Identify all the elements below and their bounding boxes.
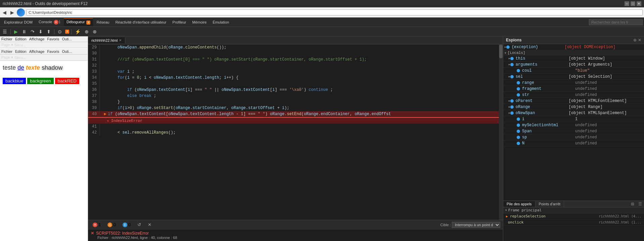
exception-button[interactable]: ⚡ bbox=[74, 28, 82, 35]
step-out-button[interactable]: ⬆ bbox=[45, 28, 52, 35]
nav-reactivite[interactable]: Réactivité d'interface utilisateur bbox=[113, 19, 169, 26]
error-line: ✕ SCRIPT5022: IndexSizeError bbox=[91, 231, 500, 236]
menu-affichage[interactable]: Affichage bbox=[29, 37, 45, 41]
locals-section-header[interactable]: ▼ [Locals] bbox=[503, 50, 644, 56]
code-line-37: 37 else break ; bbox=[88, 93, 503, 99]
page-btn2[interactable]: Page ▾ bbox=[1, 55, 13, 60]
call-stack-onclick[interactable]: onclick richhhhh22.html (1... bbox=[503, 219, 644, 226]
watcher-arguments[interactable]: ▶ arguments [object Arguments] bbox=[503, 62, 644, 68]
search-input[interactable] bbox=[589, 19, 643, 25]
watcher-this[interactable]: ▶ this [object Window] bbox=[503, 56, 644, 62]
call-stack-replaceselection[interactable]: ▶ replaceSelection richhhhh22.html (4... bbox=[503, 213, 644, 219]
watcher-span[interactable]: Span undefined bbox=[503, 128, 644, 134]
cs-arrow-icon: ▶ bbox=[506, 214, 508, 218]
target-select[interactable]: Interrompu à un point d bbox=[452, 222, 500, 228]
code-line-31: 31 ///if (oNewSpan.textContent[0] === " … bbox=[88, 57, 503, 63]
tab-breakpoints[interactable]: Points d'arrêt bbox=[535, 201, 564, 207]
address-bar[interactable] bbox=[26, 9, 643, 15]
menu-fichier2[interactable]: Fichier bbox=[1, 49, 12, 54]
step-over-button[interactable]: ↷ bbox=[29, 28, 36, 35]
text-texte: texte bbox=[26, 64, 40, 71]
nav-emulation[interactable]: Émulation bbox=[210, 19, 232, 26]
breakpoint-toggle-button[interactable]: ⊙ bbox=[56, 28, 63, 35]
backblue-button[interactable]: backblue bbox=[3, 78, 26, 84]
nav-explorateur-dom[interactable]: Explorateur DOM bbox=[1, 19, 35, 26]
main-layout: Fichier Edition Affichage Favoris Outi..… bbox=[0, 36, 644, 241]
watcher-onewspan[interactable]: ▶ oNewSpan [object HTMLSpanElement] bbox=[503, 110, 644, 116]
menu-edition2[interactable]: Edition bbox=[15, 49, 27, 54]
close-button[interactable]: ✕ bbox=[637, 1, 641, 6]
watcher-range[interactable]: range undefined bbox=[503, 80, 644, 86]
code-line-42: 42 < sel.removeAllRanges(); bbox=[88, 130, 503, 136]
watcher-str[interactable]: str undefined bbox=[503, 92, 644, 98]
browser-toolbar: ◀ ▶ bbox=[0, 7, 644, 18]
bottom-tools-btn2[interactable]: ☰ bbox=[636, 201, 644, 207]
stop-button[interactable]: ⊗ bbox=[91, 28, 98, 35]
menu-affichage2[interactable]: Affichage bbox=[29, 49, 45, 54]
menu-fichier[interactable]: Fichier bbox=[1, 37, 12, 41]
step-into-button[interactable]: ⬇ bbox=[37, 28, 44, 35]
record-button[interactable]: ⊕ bbox=[83, 28, 90, 35]
panel-toggle-button[interactable]: ☰ bbox=[1, 28, 8, 35]
tab-close-button[interactable]: ✕ bbox=[119, 38, 122, 42]
watcher-span-value: undefined bbox=[575, 129, 643, 134]
maximize-button[interactable]: □ bbox=[631, 1, 635, 6]
watcher-n[interactable]: N undefined bbox=[503, 140, 644, 146]
add-watch-button[interactable]: ⊕ bbox=[633, 38, 637, 42]
watcher-fragment-name: fragment bbox=[521, 87, 575, 91]
watcher-i-name: i bbox=[521, 117, 575, 122]
code-line-30: 30 bbox=[88, 50, 503, 57]
watcher-i[interactable]: i 1 bbox=[503, 116, 644, 122]
remove-watch-button[interactable]: ✕ bbox=[638, 38, 641, 42]
backred-button[interactable]: backRED bbox=[55, 78, 79, 84]
forward-button[interactable]: ▶ bbox=[9, 9, 15, 16]
watcher-fragment[interactable]: fragment undefined bbox=[503, 86, 644, 92]
tab-richhhhh22[interactable]: richhhhh22.html ✕ bbox=[88, 37, 125, 43]
backgreen-button[interactable]: backgreen bbox=[27, 78, 53, 84]
bottom-tools-btn1[interactable]: ⊞ bbox=[629, 201, 636, 207]
nav-console[interactable]: Console ✕1 bbox=[36, 19, 63, 26]
secu-btn2[interactable]: Sécu... bbox=[14, 56, 26, 60]
back-button[interactable]: ◀ bbox=[1, 9, 8, 16]
text-de: de bbox=[17, 64, 24, 71]
refresh-button[interactable]: ↺ bbox=[135, 221, 143, 228]
warn-count-button[interactable]: ⚠ 0 bbox=[105, 221, 118, 228]
browser-menubar2: Fichier Edition Affichage Favoris Outi..… bbox=[0, 49, 88, 55]
pause-button[interactable]: ⏸ bbox=[20, 28, 28, 35]
cs-onclick-file: richhhhh22.html (1... bbox=[599, 220, 641, 224]
right-panel: Espions ⊕ ✕ ▶ {exception} [object DOMExc… bbox=[503, 36, 644, 241]
tab-call-stack[interactable]: Pile des appels bbox=[503, 201, 535, 207]
right-panel-header: Espions ⊕ ✕ bbox=[503, 36, 644, 44]
watcher-sel[interactable]: ▶ sel [object Selection] bbox=[503, 74, 644, 80]
nav-debogueur[interactable]: Débogueur ⏸ bbox=[64, 18, 93, 26]
watcher-orange[interactable]: ▶ oRange [object Range] bbox=[503, 104, 644, 110]
play-button[interactable]: ▶ bbox=[13, 28, 19, 35]
menu-edition[interactable]: Edition bbox=[15, 37, 27, 41]
vertical-scrollbar[interactable] bbox=[499, 44, 503, 220]
separator-2 bbox=[54, 29, 54, 34]
nav-profileur[interactable]: Profileur bbox=[170, 19, 189, 26]
watcher-exception[interactable]: ▶ {exception} [object DOMException] bbox=[503, 44, 644, 50]
secu-btn[interactable]: Sécu... bbox=[14, 43, 26, 47]
frame-principal-header: ▼ Frame principal bbox=[503, 207, 644, 213]
nav-reseau[interactable]: Réseau bbox=[94, 19, 112, 26]
menu-outils2[interactable]: Outi... bbox=[62, 49, 72, 54]
watcher-coul[interactable]: coul "blue" bbox=[503, 68, 644, 74]
page-btn[interactable]: Page ▾ bbox=[1, 43, 13, 47]
nav-memoire[interactable]: Mémoire bbox=[189, 19, 209, 26]
error-detail: Fichier : richhhhh22.html, ligne : 40, c… bbox=[91, 236, 500, 240]
info-count-button[interactable]: ℹ 0 bbox=[121, 221, 133, 228]
error-count-button[interactable]: ✕ 1 bbox=[91, 221, 103, 228]
close-status-button[interactable]: ✕ bbox=[146, 221, 154, 228]
watcher-sp[interactable]: sp undefined bbox=[503, 134, 644, 140]
menu-favoris2[interactable]: Favoris bbox=[47, 49, 59, 54]
watcher-myselectionhtml[interactable]: mySelectionhtml undefined bbox=[503, 122, 644, 128]
code-area[interactable]: 29 oNewSpan.appendChild(oRange.cloneCont… bbox=[88, 44, 503, 220]
minimize-button[interactable]: ─ bbox=[625, 1, 629, 6]
menu-outils[interactable]: Outi... bbox=[62, 37, 72, 41]
watcher-oparent[interactable]: ▶ oParent [object HTMLFontElement] bbox=[503, 98, 644, 104]
watcher-oparent-name: oParent bbox=[515, 99, 569, 103]
watcher-coul-value: "blue" bbox=[575, 68, 643, 73]
menu-favoris[interactable]: Favoris bbox=[47, 37, 59, 41]
error-bar-text: IndexSizeError bbox=[111, 118, 142, 123]
